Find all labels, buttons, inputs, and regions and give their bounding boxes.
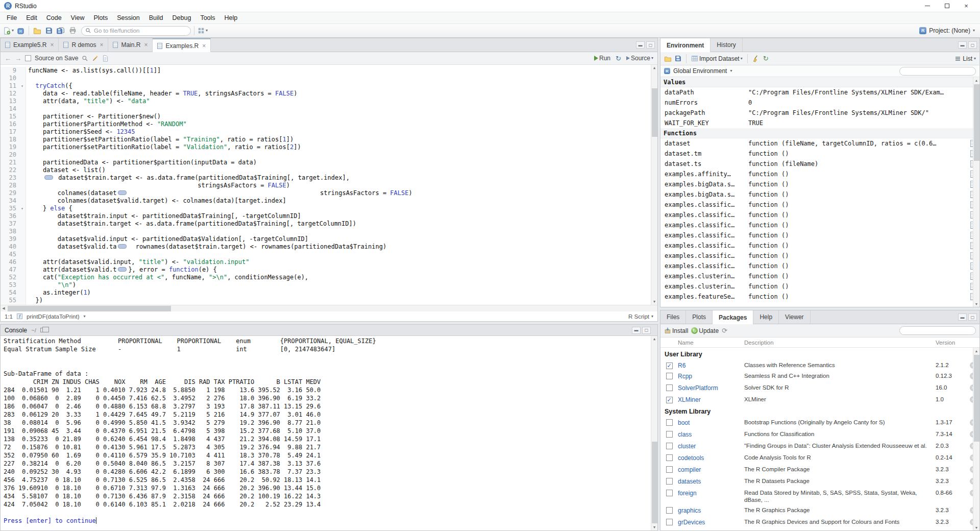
editor-tab[interactable]: Examples.R× [153, 38, 211, 52]
scroll-up-icon[interactable]: ▲ [651, 336, 657, 342]
env-object-row[interactable]: examples.classific…function () [660, 240, 979, 251]
packages-scroll-thumb[interactable] [974, 355, 979, 442]
environment-scope-selector[interactable]: Global Environment [673, 67, 727, 75]
fold-indicator[interactable]: ▾ [19, 82, 26, 90]
package-checkbox[interactable] [666, 454, 673, 461]
console-tab[interactable]: Console [5, 327, 27, 334]
tab-plots[interactable]: Plots [686, 310, 713, 324]
code-tools-wand-icon[interactable] [92, 55, 99, 62]
folded-code-pill[interactable] [118, 267, 127, 272]
code-line[interactable]: 18 partitioner$setPartitionRatio(label =… [1, 136, 657, 143]
package-name-link[interactable]: compiler [678, 466, 744, 473]
code-line[interactable]: 40 dataset$valid.ta rownames(dataset$tra… [1, 243, 657, 251]
menu-build[interactable]: Build [144, 13, 168, 23]
code-line[interactable]: 46 attr(dataset$valid.input, "title") <-… [1, 258, 657, 266]
env-object-row[interactable]: dataPath"C:/Program Files/Frontline Syst… [660, 87, 979, 98]
code-line[interactable]: 9funcName <- as.list(sys.call())[[1]] [1, 67, 657, 75]
minimize-pane-icon[interactable]: ▬ [636, 41, 645, 49]
env-object-row[interactable]: examples.classific…function () [660, 220, 979, 230]
save-all-button[interactable] [56, 25, 66, 36]
console-scroll-thumb[interactable] [652, 442, 657, 523]
function-scope[interactable]: printDF(dataToPrint) [27, 313, 80, 320]
env-object-row[interactable]: examples.classific…function () [660, 251, 979, 261]
minimize-pane-icon[interactable]: ▬ [958, 41, 967, 49]
package-name-link[interactable]: codetools [678, 454, 744, 462]
env-object-row[interactable]: numErrors0 [660, 98, 979, 108]
code-line[interactable]: 38 [1, 228, 657, 235]
code-line[interactable]: 39 dataset$valid.input <- partitionedDat… [1, 235, 657, 243]
code-line[interactable]: 21 partitionedData <- partitioner$partit… [1, 159, 657, 166]
maximize-pane-icon[interactable]: ▢ [968, 41, 977, 49]
package-checkbox[interactable] [666, 384, 673, 391]
scroll-left-icon[interactable]: ◀ [1, 305, 7, 311]
minimize-pane-icon[interactable]: ▬ [632, 327, 641, 334]
code-editor[interactable]: 9funcName <- as.list(sys.call())[[1]]101… [1, 65, 657, 305]
menu-view[interactable]: View [66, 13, 89, 23]
env-object-row[interactable]: packagePath"C:/Program Files/Frontline S… [660, 108, 979, 118]
package-checkbox[interactable] [666, 466, 673, 473]
code-line[interactable]: 14 [1, 105, 657, 113]
close-button[interactable]: × [957, 0, 976, 12]
env-object-row[interactable]: dataset.tmfunction () [660, 149, 979, 159]
menu-help[interactable]: Help [220, 13, 242, 23]
package-name-link[interactable]: Rcpp [678, 372, 744, 380]
code-line[interactable]: 15 partitioner <- Partitioner$new() [1, 113, 657, 120]
code-line[interactable]: 47 attr(dataset$valid.t}, error = functi… [1, 266, 657, 274]
code-line[interactable]: 55 }) [1, 297, 657, 304]
code-line[interactable]: 54 as.integer(1) [1, 289, 657, 297]
file-type-selector[interactable]: R Script ▾ [628, 313, 653, 320]
code-line[interactable]: 37 dataset$train.target <- as.data.frame… [1, 220, 657, 228]
package-checkbox[interactable] [666, 478, 673, 485]
scroll-down-icon[interactable]: ▼ [651, 299, 657, 305]
folded-code-pill[interactable] [118, 244, 127, 249]
maximize-button[interactable] [937, 0, 957, 12]
code-line[interactable]: 23 dataset$train.target <- as.data.frame… [1, 174, 657, 182]
new-file-button[interactable]: ▾ [3, 25, 14, 36]
tab-files[interactable]: Files [660, 310, 686, 324]
tab-help[interactable]: Help [753, 310, 779, 324]
env-object-row[interactable]: WAIT_FOR_KEYTRUE [660, 118, 979, 128]
code-line[interactable]: 11▾ tryCatch({ [1, 82, 657, 90]
package-checkbox[interactable] [666, 507, 673, 514]
code-line[interactable]: 19 partitioner$setPartitionRatio(label =… [1, 143, 657, 151]
env-object-row[interactable]: examples.featureSe…function () [660, 292, 979, 302]
editor-scroll-thumb[interactable] [652, 88, 657, 137]
fold-indicator[interactable]: ▾ [19, 205, 26, 212]
tab-close-icon[interactable]: × [99, 42, 103, 48]
console-body[interactable]: Stratification Method PROPORTIONAL PROPO… [1, 336, 657, 530]
package-name-link[interactable]: XLMiner [678, 396, 744, 403]
save-button[interactable] [44, 25, 54, 36]
code-line[interactable]: 22 dataset <- list() [1, 166, 657, 174]
load-workspace-icon[interactable] [664, 55, 672, 62]
code-line[interactable]: 12 data <- read.table(fileName, header =… [1, 90, 657, 98]
environment-vertical-scrollbar[interactable]: ▲ ▼ [973, 77, 979, 307]
minimize-button[interactable] [918, 0, 937, 12]
package-name-link[interactable]: boot [678, 419, 744, 426]
rerun-icon[interactable]: ↻ [616, 55, 621, 62]
editor-tab[interactable]: Main.R× [108, 38, 153, 52]
editor-horizontal-scrollbar[interactable]: ◀ [1, 305, 657, 311]
menu-tools[interactable]: Tools [195, 13, 219, 23]
maximize-pane-icon[interactable]: ▢ [968, 313, 977, 321]
code-line[interactable]: 13 attr(data, "title") <- "data" [1, 98, 657, 105]
save-workspace-icon[interactable] [675, 55, 681, 62]
import-dataset-button[interactable]: Import Dataset ▾ [691, 53, 743, 64]
compile-report-icon[interactable] [102, 55, 109, 62]
package-name-link[interactable]: grDevices [678, 518, 744, 526]
code-line[interactable]: 20 [1, 151, 657, 159]
env-object-row[interactable]: examples.affinity…function () [660, 169, 979, 179]
menu-edit[interactable]: Edit [21, 13, 42, 23]
editor-vertical-scrollbar[interactable]: ▲ ▼ [651, 65, 657, 305]
env-object-row[interactable]: examples.classific…function () [660, 230, 979, 240]
scroll-down-icon[interactable]: ▼ [973, 301, 979, 307]
code-line[interactable]: 36 dataset$train.input <- partitionedDat… [1, 212, 657, 220]
find-replace-icon[interactable] [82, 55, 88, 62]
code-line[interactable]: 35▾ } else { [1, 205, 657, 212]
run-button[interactable]: Run [594, 53, 610, 64]
menu-session[interactable]: Session [112, 13, 144, 23]
source-button[interactable]: Source ▾ [626, 53, 653, 64]
scroll-up-icon[interactable]: ▲ [651, 65, 657, 71]
package-checkbox[interactable] [666, 431, 673, 438]
maximize-pane-icon[interactable]: ▢ [642, 327, 651, 334]
scroll-down-icon[interactable]: ▼ [973, 524, 979, 530]
